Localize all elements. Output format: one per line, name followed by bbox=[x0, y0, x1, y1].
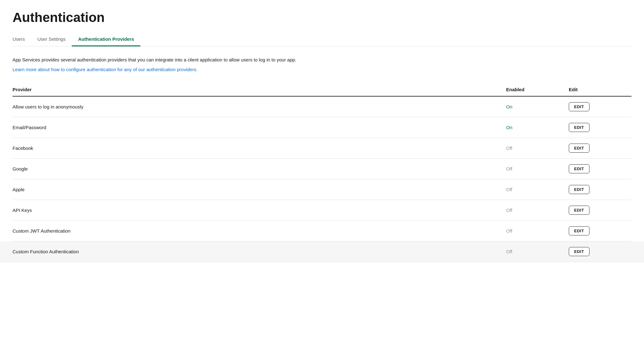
edit-cell-anonymous: EDIT bbox=[569, 102, 631, 111]
tab-auth-providers[interactable]: Authentication Providers bbox=[72, 33, 140, 46]
enabled-status-api-keys: Off bbox=[506, 208, 569, 213]
edit-button-custom-function[interactable]: EDIT bbox=[569, 247, 589, 256]
provider-name-apple: Apple bbox=[13, 187, 506, 192]
table-header: Provider Enabled Edit bbox=[13, 83, 631, 97]
table-row: Custom Function Authentication Off EDIT bbox=[0, 241, 644, 262]
enabled-status-custom-function: Off bbox=[506, 249, 569, 254]
edit-button-custom-jwt[interactable]: EDIT bbox=[569, 226, 589, 235]
provider-name-anonymous: Allow users to log in anonymously bbox=[13, 104, 506, 109]
edit-button-facebook[interactable]: EDIT bbox=[569, 144, 589, 153]
edit-button-anonymous[interactable]: EDIT bbox=[569, 102, 589, 111]
enabled-status-facebook: Off bbox=[506, 145, 569, 151]
edit-button-email-password[interactable]: EDIT bbox=[569, 123, 589, 132]
tab-user-settings[interactable]: User Settings bbox=[31, 33, 72, 46]
edit-button-api-keys[interactable]: EDIT bbox=[569, 206, 589, 215]
learn-more-link[interactable]: Learn more about how to configure authen… bbox=[13, 67, 197, 72]
edit-cell-custom-jwt: EDIT bbox=[569, 226, 631, 235]
table-row: API Keys Off EDIT bbox=[13, 200, 631, 221]
table-body: Allow users to log in anonymously On EDI… bbox=[13, 97, 631, 262]
table-row: Email/Password On EDIT bbox=[13, 117, 631, 138]
provider-name-email-password: Email/Password bbox=[13, 125, 506, 130]
header-edit: Edit bbox=[569, 87, 631, 92]
provider-name-api-keys: API Keys bbox=[13, 208, 506, 213]
table-row: Facebook Off EDIT bbox=[13, 138, 631, 159]
table-row: Allow users to log in anonymously On EDI… bbox=[13, 97, 631, 117]
page-description: App Services provides several authentica… bbox=[13, 56, 631, 64]
table-row: Custom JWT Authentication Off EDIT bbox=[13, 221, 631, 241]
provider-name-custom-function: Custom Function Authentication bbox=[13, 249, 506, 254]
provider-name-google: Google bbox=[13, 166, 506, 171]
edit-cell-email-password: EDIT bbox=[569, 123, 631, 132]
enabled-status-custom-jwt: Off bbox=[506, 228, 569, 234]
tabs-nav: Users User Settings Authentication Provi… bbox=[13, 33, 631, 46]
edit-cell-api-keys: EDIT bbox=[569, 206, 631, 215]
enabled-status-email-password: On bbox=[506, 125, 569, 130]
edit-cell-apple: EDIT bbox=[569, 185, 631, 194]
header-provider: Provider bbox=[13, 87, 506, 92]
edit-cell-facebook: EDIT bbox=[569, 144, 631, 153]
table-row: Google Off EDIT bbox=[13, 159, 631, 179]
providers-table: Provider Enabled Edit Allow users to log… bbox=[13, 83, 631, 262]
edit-button-google[interactable]: EDIT bbox=[569, 164, 589, 173]
provider-name-facebook: Facebook bbox=[13, 145, 506, 151]
header-enabled: Enabled bbox=[506, 87, 569, 92]
enabled-status-anonymous: On bbox=[506, 104, 569, 109]
table-row: Apple Off EDIT bbox=[13, 179, 631, 200]
edit-cell-google: EDIT bbox=[569, 164, 631, 173]
edit-button-apple[interactable]: EDIT bbox=[569, 185, 589, 194]
page-title: Authentication bbox=[13, 10, 631, 25]
provider-name-custom-jwt: Custom JWT Authentication bbox=[13, 228, 506, 234]
tab-users[interactable]: Users bbox=[13, 33, 31, 46]
edit-cell-custom-function: EDIT bbox=[569, 247, 631, 256]
enabled-status-apple: Off bbox=[506, 187, 569, 192]
enabled-status-google: Off bbox=[506, 166, 569, 171]
